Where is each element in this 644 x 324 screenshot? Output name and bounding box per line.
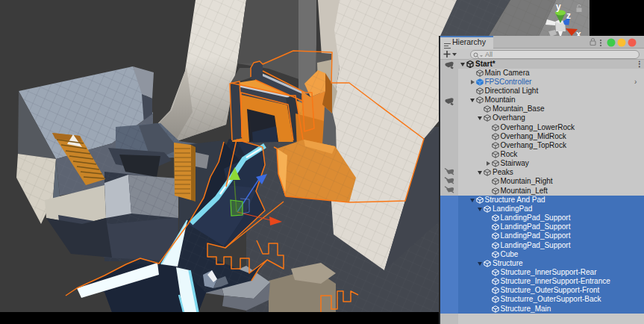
svg-text:z: z (566, 10, 571, 21)
svg-text:y: y (556, 1, 561, 12)
